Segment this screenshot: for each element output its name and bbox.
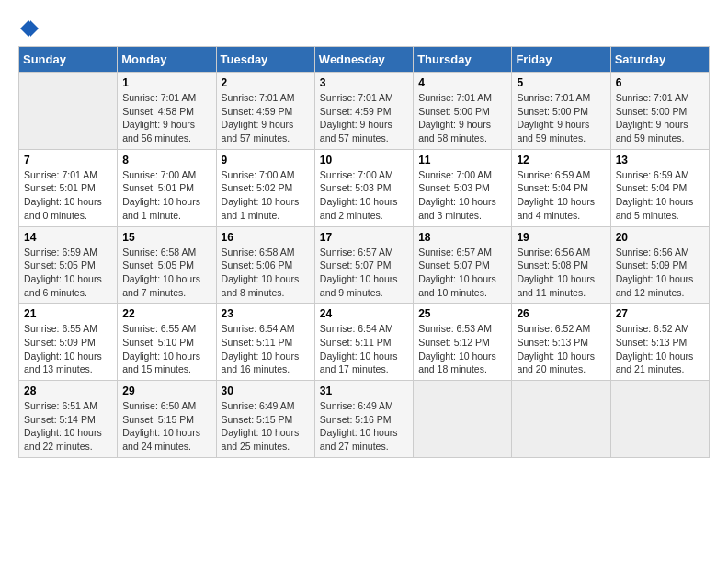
day-info: Sunrise: 6:58 AMSunset: 5:05 PMDaylight:… bbox=[122, 246, 210, 300]
day-number: 16 bbox=[222, 231, 310, 244]
day-number: 24 bbox=[320, 307, 408, 320]
day-number: 29 bbox=[122, 385, 210, 397]
day-number: 21 bbox=[24, 307, 112, 320]
day-info: Sunrise: 7:00 AMSunset: 5:01 PMDaylight:… bbox=[122, 168, 210, 223]
day-info: Sunrise: 6:51 AMSunset: 5:14 PMDaylight:… bbox=[24, 399, 112, 454]
day-info: Sunrise: 6:54 AMSunset: 5:11 PMDaylight:… bbox=[222, 322, 310, 376]
day-info: Sunrise: 6:57 AMSunset: 5:07 PMDaylight:… bbox=[320, 246, 408, 300]
day-info: Sunrise: 7:01 AMSunset: 5:00 PMDaylight:… bbox=[517, 91, 605, 145]
calendar-cell: 1Sunrise: 7:01 AMSunset: 4:58 PMDaylight… bbox=[118, 73, 216, 150]
calendar-cell: 9Sunrise: 7:00 AMSunset: 5:02 PMDaylight… bbox=[216, 149, 314, 226]
day-info: Sunrise: 7:01 AMSunset: 4:58 PMDaylight:… bbox=[122, 91, 210, 145]
calendar-cell: 5Sunrise: 7:01 AMSunset: 5:00 PMDaylight… bbox=[512, 73, 610, 150]
day-number: 14 bbox=[24, 231, 112, 244]
day-header-sunday: Sunday bbox=[19, 47, 118, 73]
day-info: Sunrise: 7:01 AMSunset: 4:59 PMDaylight:… bbox=[222, 91, 310, 145]
day-number: 19 bbox=[517, 231, 605, 244]
day-header-tuesday: Tuesday bbox=[216, 47, 314, 73]
day-number: 8 bbox=[122, 154, 210, 167]
day-header-monday: Monday bbox=[118, 47, 216, 73]
day-number: 25 bbox=[418, 307, 506, 320]
calendar-cell: 18Sunrise: 6:57 AMSunset: 5:07 PMDayligh… bbox=[414, 226, 512, 304]
calendar-cell: 21Sunrise: 6:55 AMSunset: 5:09 PMDayligh… bbox=[19, 304, 118, 381]
day-number: 4 bbox=[418, 76, 506, 89]
logo-icon bbox=[18, 18, 39, 39]
day-info: Sunrise: 7:00 AMSunset: 5:03 PMDaylight:… bbox=[320, 168, 408, 223]
day-header-wednesday: Wednesday bbox=[314, 47, 413, 73]
calendar-cell: 16Sunrise: 6:58 AMSunset: 5:06 PMDayligh… bbox=[216, 226, 314, 304]
calendar-cell: 2Sunrise: 7:01 AMSunset: 4:59 PMDaylight… bbox=[216, 73, 314, 150]
day-info: Sunrise: 6:57 AMSunset: 5:07 PMDaylight:… bbox=[418, 246, 506, 300]
calendar-table: SundayMondayTuesdayWednesdayThursdayFrid… bbox=[18, 46, 710, 458]
calendar-week-row: 1Sunrise: 7:01 AMSunset: 4:58 PMDaylight… bbox=[19, 73, 710, 150]
day-info: Sunrise: 6:55 AMSunset: 5:10 PMDaylight:… bbox=[122, 322, 210, 376]
day-number: 18 bbox=[418, 231, 506, 244]
calendar-cell bbox=[512, 381, 610, 458]
calendar-cell: 11Sunrise: 7:00 AMSunset: 5:03 PMDayligh… bbox=[414, 149, 512, 226]
day-info: Sunrise: 7:01 AMSunset: 5:00 PMDaylight:… bbox=[616, 91, 704, 145]
calendar-week-row: 14Sunrise: 6:59 AMSunset: 5:05 PMDayligh… bbox=[19, 226, 710, 304]
day-number: 23 bbox=[222, 307, 310, 320]
calendar-cell: 7Sunrise: 7:01 AMSunset: 5:01 PMDaylight… bbox=[19, 149, 118, 226]
day-number: 22 bbox=[122, 307, 210, 320]
logo bbox=[18, 18, 39, 37]
page-header bbox=[18, 18, 710, 37]
calendar-cell: 22Sunrise: 6:55 AMSunset: 5:10 PMDayligh… bbox=[118, 304, 216, 381]
day-info: Sunrise: 6:52 AMSunset: 5:13 PMDaylight:… bbox=[616, 322, 704, 376]
calendar-cell: 6Sunrise: 7:01 AMSunset: 5:00 PMDaylight… bbox=[610, 73, 709, 150]
day-info: Sunrise: 6:49 AMSunset: 5:16 PMDaylight:… bbox=[320, 399, 408, 454]
calendar-cell: 25Sunrise: 6:53 AMSunset: 5:12 PMDayligh… bbox=[414, 304, 512, 381]
calendar-cell: 15Sunrise: 6:58 AMSunset: 5:05 PMDayligh… bbox=[118, 226, 216, 304]
day-number: 2 bbox=[222, 76, 310, 89]
calendar-cell bbox=[19, 73, 118, 150]
day-info: Sunrise: 6:55 AMSunset: 5:09 PMDaylight:… bbox=[24, 322, 112, 376]
day-number: 12 bbox=[517, 154, 605, 167]
calendar-cell: 17Sunrise: 6:57 AMSunset: 5:07 PMDayligh… bbox=[314, 226, 413, 304]
day-info: Sunrise: 7:00 AMSunset: 5:02 PMDaylight:… bbox=[222, 168, 310, 223]
calendar-cell: 4Sunrise: 7:01 AMSunset: 5:00 PMDaylight… bbox=[414, 73, 512, 150]
calendar-cell: 13Sunrise: 6:59 AMSunset: 5:04 PMDayligh… bbox=[610, 149, 709, 226]
day-number: 10 bbox=[320, 154, 408, 167]
calendar-cell: 20Sunrise: 6:56 AMSunset: 5:09 PMDayligh… bbox=[610, 226, 709, 304]
day-number: 17 bbox=[320, 231, 408, 244]
day-number: 30 bbox=[222, 385, 310, 397]
day-number: 31 bbox=[320, 385, 408, 397]
day-number: 13 bbox=[616, 154, 704, 167]
day-info: Sunrise: 6:49 AMSunset: 5:15 PMDaylight:… bbox=[222, 399, 310, 454]
calendar-cell: 29Sunrise: 6:50 AMSunset: 5:15 PMDayligh… bbox=[118, 381, 216, 458]
calendar-cell: 3Sunrise: 7:01 AMSunset: 4:59 PMDaylight… bbox=[314, 73, 413, 150]
day-header-friday: Friday bbox=[512, 47, 610, 73]
calendar-cell: 31Sunrise: 6:49 AMSunset: 5:16 PMDayligh… bbox=[314, 381, 413, 458]
day-header-thursday: Thursday bbox=[414, 47, 512, 73]
calendar-week-row: 28Sunrise: 6:51 AMSunset: 5:14 PMDayligh… bbox=[19, 381, 710, 458]
day-number: 27 bbox=[616, 307, 704, 320]
day-info: Sunrise: 6:53 AMSunset: 5:12 PMDaylight:… bbox=[418, 322, 506, 376]
calendar-cell: 19Sunrise: 6:56 AMSunset: 5:08 PMDayligh… bbox=[512, 226, 610, 304]
day-info: Sunrise: 6:56 AMSunset: 5:08 PMDaylight:… bbox=[517, 246, 605, 300]
calendar-cell: 8Sunrise: 7:00 AMSunset: 5:01 PMDaylight… bbox=[118, 149, 216, 226]
calendar-cell: 24Sunrise: 6:54 AMSunset: 5:11 PMDayligh… bbox=[314, 304, 413, 381]
day-info: Sunrise: 7:01 AMSunset: 5:00 PMDaylight:… bbox=[418, 91, 506, 145]
day-info: Sunrise: 6:59 AMSunset: 5:05 PMDaylight:… bbox=[24, 246, 112, 300]
day-info: Sunrise: 6:54 AMSunset: 5:11 PMDaylight:… bbox=[320, 322, 408, 376]
day-info: Sunrise: 6:50 AMSunset: 5:15 PMDaylight:… bbox=[122, 399, 210, 454]
svg-marker-1 bbox=[30, 20, 39, 37]
day-number: 20 bbox=[616, 231, 704, 244]
calendar-cell: 14Sunrise: 6:59 AMSunset: 5:05 PMDayligh… bbox=[19, 226, 118, 304]
day-info: Sunrise: 6:59 AMSunset: 5:04 PMDaylight:… bbox=[616, 168, 704, 223]
calendar-cell: 10Sunrise: 7:00 AMSunset: 5:03 PMDayligh… bbox=[314, 149, 413, 226]
calendar-header-row: SundayMondayTuesdayWednesdayThursdayFrid… bbox=[19, 47, 710, 73]
day-info: Sunrise: 6:59 AMSunset: 5:04 PMDaylight:… bbox=[517, 168, 605, 223]
day-number: 1 bbox=[122, 76, 210, 89]
day-number: 26 bbox=[517, 307, 605, 320]
day-number: 6 bbox=[616, 76, 704, 89]
calendar-cell: 23Sunrise: 6:54 AMSunset: 5:11 PMDayligh… bbox=[216, 304, 314, 381]
day-number: 3 bbox=[320, 76, 408, 89]
day-number: 28 bbox=[24, 385, 112, 397]
calendar-cell bbox=[610, 381, 709, 458]
calendar-cell: 28Sunrise: 6:51 AMSunset: 5:14 PMDayligh… bbox=[19, 381, 118, 458]
calendar-cell: 30Sunrise: 6:49 AMSunset: 5:15 PMDayligh… bbox=[216, 381, 314, 458]
calendar-week-row: 21Sunrise: 6:55 AMSunset: 5:09 PMDayligh… bbox=[19, 304, 710, 381]
calendar-cell: 26Sunrise: 6:52 AMSunset: 5:13 PMDayligh… bbox=[512, 304, 610, 381]
day-number: 7 bbox=[24, 154, 112, 167]
